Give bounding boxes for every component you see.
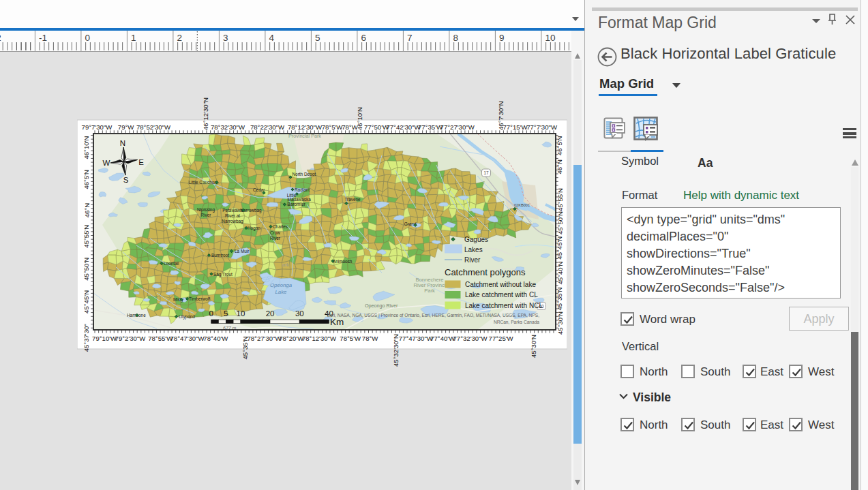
svg-text:-1: -1 xyxy=(39,33,47,43)
svg-text:46°7'30"N: 46°7'30"N xyxy=(497,101,505,130)
svg-text:Travene: Travene xyxy=(344,197,361,202)
svg-text:77°25'W: 77°25'W xyxy=(489,335,514,342)
svg-text:1: 1 xyxy=(131,33,136,43)
svg-text:78°47'30"W: 78°47'30"W xyxy=(170,335,205,342)
svg-text:5: 5 xyxy=(315,33,320,43)
svg-text:S: S xyxy=(123,176,129,184)
svg-text:77°27'30"W: 77°27'30"W xyxy=(440,123,475,131)
svg-text:78°5'W: 78°5'W xyxy=(322,123,344,131)
svg-text:77°42'30"W: 77°42'30"W xyxy=(386,123,421,131)
svg-text:77°50'W: 77°50'W xyxy=(364,123,389,131)
svg-text:Loontail: Loontail xyxy=(164,261,179,266)
svg-text:0: 0 xyxy=(85,33,90,43)
svg-text:Lake: Lake xyxy=(275,289,288,295)
svg-text:46°N: 46°N xyxy=(556,159,564,174)
svg-text:46°10'N: 46°10'N xyxy=(83,136,91,159)
svg-text:E: E xyxy=(138,158,144,166)
svg-text:45°32'30"N: 45°32'30"N xyxy=(392,334,400,367)
svg-text:NRCan, Parks Canada: NRCan, Parks Canada xyxy=(494,320,539,324)
svg-text:Baromter: Baromter xyxy=(288,202,306,206)
svg-text:78°12'30"W: 78°12'30"W xyxy=(302,335,337,342)
svg-text:Km: Km xyxy=(330,317,344,327)
svg-text:46°12'30"N: 46°12'30"N xyxy=(202,97,209,130)
svg-text:Little Cauchon: Little Cauchon xyxy=(189,180,217,185)
svg-text:78°27'30"W: 78°27'30"W xyxy=(247,335,282,342)
svg-text:77°47'30"W: 77°47'30"W xyxy=(399,335,434,342)
svg-text:Catchment polygons: Catchment polygons xyxy=(445,267,526,277)
svg-text:River at: River at xyxy=(225,213,240,218)
svg-text:45°45'N: 45°45'N xyxy=(83,290,91,313)
svg-text:W: W xyxy=(103,159,110,167)
svg-text:79°2'30"W: 79°2'30"W xyxy=(115,335,147,342)
svg-text:45°55'N: 45°55'N xyxy=(83,225,91,248)
svg-text:Charles: Charles xyxy=(273,224,288,229)
svg-text:Narrowbag: Narrowbag xyxy=(222,219,243,224)
svg-text:79°10'W: 79°10'W xyxy=(92,335,117,342)
svg-text:78°5'W: 78°5'W xyxy=(340,335,361,342)
svg-text:45°40'N: 45°40'N xyxy=(556,261,564,284)
svg-text:78°20'W: 78°20'W xyxy=(279,335,304,342)
svg-text:45°50'N: 45°50'N xyxy=(83,258,91,281)
svg-text:79°7'30"W: 79°7'30"W xyxy=(82,123,113,131)
svg-text:17: 17 xyxy=(483,170,489,175)
svg-text:Lake catchment with NCL: Lake catchment with NCL xyxy=(465,302,543,309)
svg-text:10: 10 xyxy=(545,33,555,43)
svg-text:6: 6 xyxy=(361,33,366,43)
svg-text:Opeongo River: Opeongo River xyxy=(365,303,398,309)
svg-text:10: 10 xyxy=(237,309,245,318)
svg-text:46°N: 46°N xyxy=(83,203,91,218)
svg-text:77°32'30"W: 77°32'30"W xyxy=(453,335,488,342)
svg-text:Animoosh: Animoosh xyxy=(333,259,353,264)
svg-text:7: 7 xyxy=(407,33,413,43)
svg-text:2: 2 xyxy=(0,33,1,43)
svg-text:Lilypond: Lilypond xyxy=(179,314,195,320)
svg-text:North Depot: North Depot xyxy=(293,172,316,177)
svg-text:2: 2 xyxy=(177,33,182,43)
svg-text:45°50'N: 45°50'N xyxy=(556,211,564,234)
svg-text:46°5'N: 46°5'N xyxy=(83,170,91,189)
svg-text:78°22'30"W: 78°22'30"W xyxy=(250,123,285,131)
svg-text:Cedar: Cedar xyxy=(253,187,265,192)
svg-text:78°W: 78°W xyxy=(362,335,379,342)
svg-text:Opeonga: Opeonga xyxy=(270,282,293,288)
svg-text:45°35'N: 45°35'N xyxy=(556,288,564,311)
svg-text:Esri, NASA, NGA, USGS | Provin: Esri, NASA, NGA, USGS | Province of Onta… xyxy=(327,313,539,318)
svg-text:4: 4 xyxy=(269,33,274,43)
svg-text:45°30'N: 45°30'N xyxy=(530,335,537,358)
svg-text:30: 30 xyxy=(295,309,304,318)
svg-text:La Muir: La Muir xyxy=(235,249,250,254)
svg-text:20: 20 xyxy=(266,309,275,318)
svg-text:46°10'N: 46°10'N xyxy=(356,107,363,130)
svg-text:77°15'W: 77°15'W xyxy=(503,123,528,131)
svg-text:Radiant: Radiant xyxy=(295,187,310,192)
svg-text:Timberwolf: Timberwolf xyxy=(189,296,210,301)
svg-text:45°37'30": 45°37'30" xyxy=(83,324,91,352)
svg-text:78°32'30"W: 78°32'30"W xyxy=(211,123,245,131)
svg-text:Catchment without lake: Catchment without lake xyxy=(465,281,536,288)
svg-text:River: River xyxy=(201,213,212,217)
svg-text:77°7'30"W: 77°7'30"W xyxy=(526,123,558,131)
svg-text:77°40'W: 77°40'W xyxy=(430,335,455,342)
svg-text:45°30'N: 45°30'N xyxy=(556,311,564,335)
svg-text:79°W: 79°W xyxy=(118,123,135,131)
svg-text:Hogan: Hogan xyxy=(248,226,260,231)
svg-text:46°5'N: 46°5'N xyxy=(556,136,564,155)
svg-text:5: 5 xyxy=(224,309,228,318)
svg-text:02KB001: 02KB001 xyxy=(514,203,530,207)
svg-text:8: 8 xyxy=(453,33,458,43)
svg-text:Madawaska: Madawaska xyxy=(288,197,312,202)
svg-text:River: River xyxy=(464,256,481,264)
svg-text:ark: ark xyxy=(282,262,289,268)
svg-text:Gagues: Gagues xyxy=(464,236,488,243)
svg-text:Sag Trout: Sag Trout xyxy=(213,272,233,277)
svg-text:N: N xyxy=(120,139,125,147)
svg-text:78°12'30"W: 78°12'30"W xyxy=(288,123,323,131)
svg-text:9: 9 xyxy=(499,33,505,43)
svg-text:78°40'W: 78°40'W xyxy=(203,335,228,342)
svg-text:45°55'N: 45°55'N xyxy=(556,188,564,211)
svg-text:Lakes: Lakes xyxy=(464,246,483,254)
svg-text:77°35'W: 77°35'W xyxy=(418,123,443,131)
svg-text:Crow: Crow xyxy=(270,230,280,235)
svg-text:Park: Park xyxy=(424,288,435,294)
svg-text:Bumtroot: Bumtroot xyxy=(211,253,229,258)
